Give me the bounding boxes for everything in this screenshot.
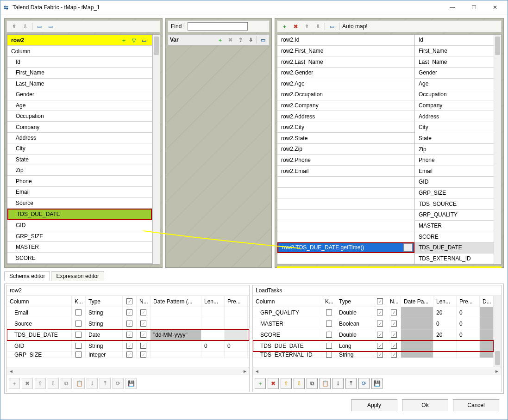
output-expression-row[interactable]: [277, 253, 414, 264]
schema-right-row[interactable]: GRP_QUALITYDouble200: [253, 307, 494, 318]
var-remove-icon[interactable]: ✖: [226, 36, 234, 44]
schema-left-row[interactable]: EmailString: [7, 307, 249, 318]
output-expression-row[interactable]: row2.Last_Name: [277, 56, 414, 68]
output-column-email[interactable]: Email: [415, 166, 494, 177]
schema-header-cell[interactable]: Column: [7, 296, 72, 307]
tool-remove[interactable]: ✖: [22, 378, 33, 389]
output-column-master[interactable]: MASTER: [415, 221, 494, 232]
apply-button[interactable]: Apply: [351, 399, 397, 411]
tool-save[interactable]: 💾: [125, 378, 137, 389]
tool-import[interactable]: ⤓: [332, 378, 344, 389]
schema-header-cell[interactable]: D...: [480, 296, 494, 307]
input-column-master[interactable]: MASTER: [7, 242, 152, 253]
cancel-button[interactable]: Cancel: [453, 399, 499, 411]
output-expression-row[interactable]: row2.Gender: [277, 68, 414, 79]
input-table-header[interactable]: row2＋▽▭: [7, 35, 152, 46]
output-expression-row[interactable]: row2.Age: [277, 78, 414, 89]
output-expression-row[interactable]: row2.Company: [277, 100, 414, 111]
input-column-zip[interactable]: Zip: [7, 165, 152, 176]
input-column-email[interactable]: Email: [7, 187, 152, 198]
output-expression-row[interactable]: [277, 220, 414, 231]
schema-left-hscroll[interactable]: ◄►: [7, 367, 249, 375]
output-column-state[interactable]: State: [415, 133, 494, 144]
output-column-tds_due_date[interactable]: TDS_DUE_DATE: [415, 242, 494, 253]
arrow-down-icon[interactable]: ⇩: [21, 22, 29, 31]
tool-export[interactable]: ⤒: [345, 378, 357, 389]
input-column-state[interactable]: State: [7, 154, 152, 165]
output-down-icon[interactable]: ⇩: [314, 22, 322, 31]
find-input[interactable]: [188, 22, 248, 31]
schema-header-cell[interactable]: N...: [137, 296, 151, 307]
ok-button[interactable]: Ok: [402, 399, 448, 411]
tab-schema-editor[interactable]: Schema editor: [4, 271, 50, 281]
output-column-id[interactable]: Id: [415, 35, 494, 46]
schema-header-cell[interactable]: [373, 296, 387, 307]
maximize-button[interactable]: ☐: [463, 0, 484, 14]
input-column-grp_size[interactable]: GRP_SIZE: [7, 231, 152, 242]
output-column-city[interactable]: City: [415, 122, 494, 133]
schema-header-cell[interactable]: Date Pattern (...: [151, 296, 201, 307]
output-expression-row[interactable]: row2.First_Name: [277, 46, 414, 57]
layout1-icon[interactable]: ▭: [35, 22, 44, 31]
table-filter-icon[interactable]: ▽: [130, 36, 138, 44]
schema-header-cell[interactable]: [123, 296, 137, 307]
output-column-first_name[interactable]: First_Name: [415, 46, 494, 57]
input-column-city[interactable]: City: [7, 143, 152, 154]
input-column-source[interactable]: Source: [7, 198, 152, 208]
input-column-occupation[interactable]: Occupation: [7, 111, 152, 122]
output-expression-row[interactable]: [277, 198, 414, 210]
schema-header-cell[interactable]: Column: [253, 296, 322, 307]
output-column-last_name[interactable]: Last_Name: [415, 56, 494, 68]
tool-add[interactable]: ＋: [255, 378, 266, 389]
output-expression-row[interactable]: row2.Zip: [277, 144, 414, 155]
auto-map-button[interactable]: Auto map!: [342, 23, 368, 30]
output-expression-row[interactable]: [277, 231, 414, 242]
schema-header-cell[interactable]: Len...: [201, 296, 225, 307]
tab-expression-editor[interactable]: Expression editor: [51, 271, 104, 281]
output-column-age[interactable]: Age: [415, 79, 494, 90]
arrow-up-icon[interactable]: ⇧: [10, 22, 18, 31]
expression-builder-button[interactable]: …: [403, 243, 413, 252]
close-button[interactable]: ✕: [484, 0, 506, 14]
schema-right-row[interactable]: SCOREDouble200: [253, 329, 494, 340]
schema-right-vscroll[interactable]: [494, 296, 501, 367]
input-column-age[interactable]: Age: [7, 100, 152, 111]
output-column-occupation[interactable]: Occupation: [415, 89, 494, 100]
output-expression-row[interactable]: row2.Email: [277, 166, 414, 177]
input-column-gid[interactable]: GID: [7, 220, 152, 231]
output-expression-row[interactable]: row2.Id: [277, 35, 414, 46]
tool-up[interactable]: ⇧: [35, 378, 46, 389]
layout2-icon[interactable]: ▭: [46, 22, 55, 31]
output-expression-row[interactable]: row2.Address: [277, 111, 414, 122]
input-scrollbar[interactable]: [152, 35, 160, 264]
output-expression-row[interactable]: [277, 210, 414, 221]
input-column-phone[interactable]: Phone: [7, 176, 152, 186]
input-column-address[interactable]: Address: [7, 133, 152, 143]
output-scrollbar[interactable]: [494, 35, 501, 264]
output-expression-row[interactable]: row2.State: [277, 133, 414, 144]
input-column-score[interactable]: SCORE: [7, 253, 152, 263]
output-up-icon[interactable]: ⇧: [302, 22, 311, 31]
schema-header-cell[interactable]: N...: [387, 296, 401, 307]
var-layout-icon[interactable]: ▭: [259, 36, 267, 44]
output-expression-row[interactable]: row2.Occupation: [277, 89, 414, 100]
output-expression-row[interactable]: row2.TDS_DUE_DATE.getTime()…: [277, 242, 414, 253]
tool-up[interactable]: ⇧: [281, 378, 292, 389]
output-column-tds_external_id[interactable]: TDS_EXTERNAL_ID: [415, 253, 494, 265]
tool-remove[interactable]: ✖: [268, 378, 279, 389]
schema-left-row[interactable]: GRP_SIZEInteger: [7, 352, 249, 358]
schema-left-row[interactable]: TDS_DUE_DATEDate"dd-MM-yyyy": [7, 329, 249, 340]
schema-header-cell[interactable]: Type: [86, 296, 123, 307]
schema-left-row[interactable]: SourceString: [7, 318, 249, 329]
schema-header-cell[interactable]: Date Pa...: [401, 296, 433, 307]
output-column-phone[interactable]: Phone: [415, 155, 494, 166]
output-column-tds_source[interactable]: TDS_SOURCE: [415, 198, 494, 210]
table-layout-icon[interactable]: ▭: [140, 36, 148, 44]
tool-sync[interactable]: ⟳: [113, 378, 124, 389]
output-add-icon[interactable]: ＋: [280, 22, 288, 31]
schema-right-row[interactable]: MASTERBoolean00: [253, 318, 494, 329]
schema-header-cell[interactable]: K...: [72, 296, 86, 307]
output-remove-icon[interactable]: ✖: [291, 22, 300, 31]
input-column-last_name[interactable]: Last_Name: [7, 79, 152, 89]
output-column-zip[interactable]: Zip: [415, 144, 494, 155]
